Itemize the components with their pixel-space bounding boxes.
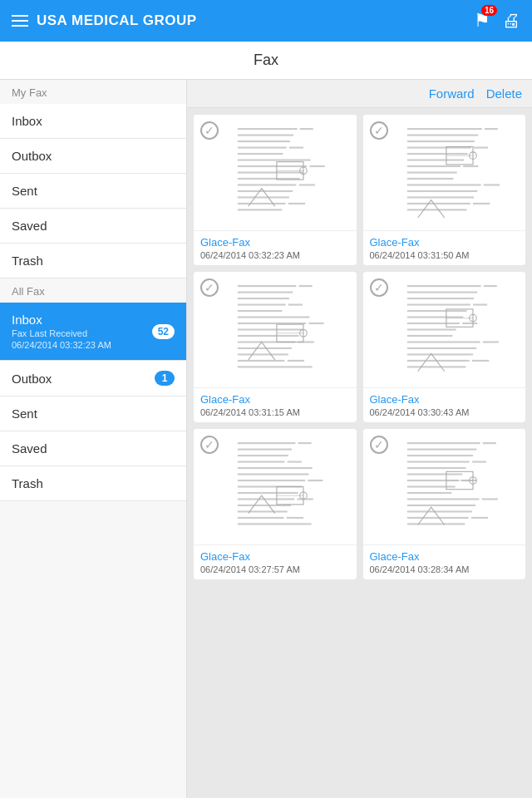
- fax-checkbox[interactable]: ✓: [200, 436, 219, 454]
- svg-rect-101: [238, 480, 305, 481]
- sidebar-item-my-outbox[interactable]: Outbox: [0, 139, 186, 174]
- fax-checkbox[interactable]: ✓: [370, 121, 388, 140]
- svg-rect-8: [238, 159, 311, 160]
- fax-date: 06/24/2014 03:31:50 AM: [370, 250, 520, 260]
- svg-rect-94: [298, 442, 312, 444]
- fax-name: Glace-Fax: [370, 236, 520, 249]
- content-area: Forward Delete ✓ Glace-Fax 06/24/2014 03…: [187, 80, 532, 798]
- sidebar-item-my-inbox[interactable]: Inbox: [0, 104, 186, 139]
- fax-info: Glace-Fax 06/24/2014 03:27:57 AM: [194, 545, 357, 579]
- fax-date: 06/24/2014 03:32:23 AM: [200, 250, 350, 260]
- fax-info: Glace-Fax 06/24/2014 03:31:15 AM: [194, 388, 357, 422]
- fax-date: 06/24/2014 03:28:34 AM: [370, 564, 520, 574]
- fax-checkbox[interactable]: ✓: [370, 278, 388, 297]
- svg-rect-86: [406, 360, 469, 362]
- header-right: ⚑ 16 🖨: [474, 10, 520, 32]
- svg-rect-95: [238, 449, 292, 451]
- fax-item[interactable]: ✓ Glace-Fax 06/24/2014 03:31:50 AM: [363, 115, 526, 265]
- fax-name: Glace-Fax: [200, 236, 350, 249]
- sidebar-item-my-saved[interactable]: Saved: [0, 209, 186, 244]
- hamburger-menu-button[interactable]: [12, 15, 28, 27]
- sidebar-item-my-trash[interactable]: Trash: [0, 244, 186, 278]
- sidebar-item-all-outbox[interactable]: Outbox 1: [0, 361, 186, 397]
- svg-rect-31: [406, 159, 463, 160]
- fax-info: Glace-Fax 06/24/2014 03:32:23 AM: [194, 231, 357, 265]
- svg-rect-79: [462, 323, 477, 324]
- svg-rect-105: [238, 498, 294, 500]
- svg-rect-40: [406, 203, 470, 204]
- svg-rect-27: [406, 140, 474, 142]
- svg-rect-5: [238, 146, 287, 148]
- svg-rect-29: [474, 146, 488, 148]
- svg-rect-104: [238, 492, 298, 494]
- check-icon: ✓: [374, 438, 384, 451]
- svg-rect-100: [238, 473, 309, 475]
- svg-rect-14: [299, 184, 315, 185]
- svg-rect-102: [308, 480, 323, 481]
- svg-rect-52: [288, 303, 303, 305]
- sidebar-item-my-sent[interactable]: Sent: [0, 174, 186, 209]
- fax-checkbox[interactable]: ✓: [200, 278, 219, 297]
- svg-rect-34: [406, 171, 456, 173]
- notification-badge: 16: [481, 5, 497, 16]
- sidebar-item-all-sent[interactable]: Sent: [0, 397, 186, 431]
- delete-button[interactable]: Delete: [486, 86, 522, 101]
- check-icon: ✓: [374, 281, 384, 294]
- svg-rect-3: [238, 135, 293, 136]
- svg-rect-116: [406, 442, 480, 444]
- svg-rect-63: [238, 360, 285, 362]
- svg-rect-108: [238, 510, 288, 512]
- fax-item[interactable]: ✓ Glace-Fax 06/24/2014 03:27:57 AM: [194, 429, 357, 579]
- content-toolbar: Forward Delete: [187, 80, 532, 108]
- print-button[interactable]: 🖨: [502, 10, 520, 32]
- svg-rect-18: [288, 203, 305, 204]
- svg-rect-62: [238, 353, 288, 355]
- svg-rect-126: [406, 485, 455, 487]
- svg-rect-41: [472, 203, 489, 204]
- svg-rect-134: [406, 523, 464, 525]
- notifications-button[interactable]: ⚑ 16: [474, 10, 490, 32]
- forward-button[interactable]: Forward: [429, 86, 475, 101]
- sidebar-item-all-inbox[interactable]: Inbox Fax Last Received 06/24/2014 03:32…: [0, 303, 186, 361]
- fax-item[interactable]: ✓ Glace-Fax 06/24/2014 03:32:23 AM: [194, 115, 357, 265]
- svg-rect-81: [406, 335, 452, 337]
- svg-rect-33: [463, 165, 478, 167]
- fax-date: 06/24/2014 03:27:57 AM: [200, 564, 350, 574]
- fax-item[interactable]: ✓ Glace-Fax 06/24/2014 03:30:43 AM: [363, 272, 526, 422]
- svg-rect-110: [287, 517, 303, 519]
- svg-rect-120: [406, 461, 469, 462]
- all-fax-section-header: All Fax: [0, 278, 186, 303]
- svg-rect-98: [288, 461, 302, 462]
- fax-name: Glace-Fax: [200, 550, 350, 563]
- sidebar-item-all-trash[interactable]: Trash: [0, 466, 186, 501]
- svg-rect-65: [238, 366, 313, 367]
- fax-item[interactable]: ✓ Glace-Fax 06/24/2014 03:28:34 AM: [363, 429, 526, 579]
- sidebar: My Fax Inbox Outbox Sent Saved Trash All…: [0, 80, 187, 798]
- svg-rect-53: [238, 310, 282, 312]
- svg-rect-84: [406, 347, 475, 349]
- check-icon: ✓: [204, 281, 214, 294]
- fax-checkbox[interactable]: ✓: [200, 121, 219, 140]
- svg-rect-9: [238, 165, 307, 167]
- svg-rect-131: [406, 510, 471, 512]
- svg-rect-119: [406, 455, 472, 456]
- svg-rect-83: [482, 341, 498, 342]
- app-header: USA MEDICAL GROUP ⚑ 16 🖨: [0, 0, 532, 42]
- sidebar-item-all-saved[interactable]: Saved: [0, 431, 186, 466]
- app-title: USA MEDICAL GROUP: [37, 12, 197, 29]
- svg-rect-2: [300, 128, 313, 130]
- svg-rect-58: [238, 335, 299, 337]
- page-title: Fax: [0, 42, 532, 80]
- svg-rect-39: [406, 196, 473, 198]
- svg-rect-42: [406, 209, 466, 210]
- svg-rect-17: [238, 203, 286, 204]
- svg-rect-4: [238, 140, 290, 142]
- svg-rect-85: [406, 353, 472, 355]
- svg-rect-64: [288, 360, 304, 362]
- fax-checkbox[interactable]: ✓: [370, 436, 388, 454]
- svg-rect-129: [481, 498, 497, 500]
- check-icon: ✓: [204, 124, 214, 137]
- fax-item[interactable]: ✓ Glace-Fax 06/24/2014 03:31:15 AM: [194, 272, 357, 422]
- svg-rect-109: [238, 517, 284, 519]
- svg-rect-71: [483, 285, 496, 287]
